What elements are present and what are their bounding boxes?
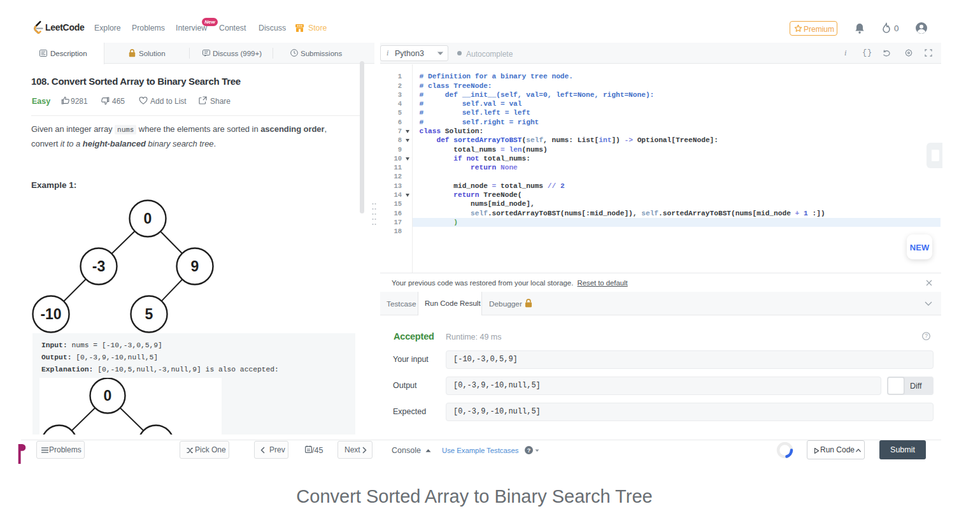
svg-text:-10: -10	[40, 306, 61, 322]
svg-text:9: 9	[191, 258, 199, 275]
svg-text:5: 5	[145, 306, 153, 322]
svg-text:?: ?	[527, 447, 531, 454]
svg-text:0: 0	[144, 210, 152, 227]
svg-text:0: 0	[104, 387, 112, 404]
svg-text:?: ?	[925, 333, 928, 339]
svg-text:-3: -3	[92, 258, 105, 275]
